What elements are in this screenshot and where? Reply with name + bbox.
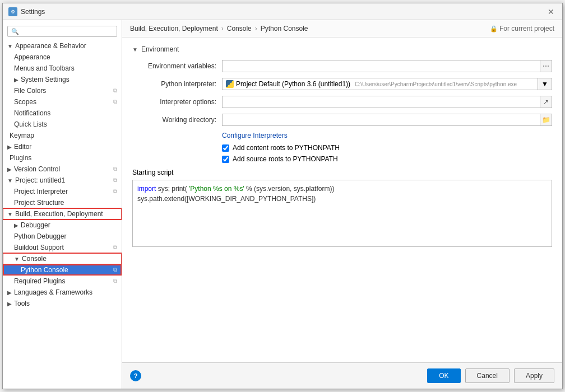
arrow-icon: ▼	[7, 211, 13, 217]
starting-script-container: Starting script	[132, 169, 552, 176]
sidebar-item-notifications[interactable]: Notifications	[3, 108, 122, 119]
copy-icon: ⧉	[113, 278, 117, 284]
working-dir-input[interactable]	[222, 114, 540, 126]
sidebar-label: Project Structure	[14, 199, 64, 207]
sidebar-label: Languages & Frameworks	[14, 288, 92, 296]
copy-icon: ⧉	[113, 267, 117, 273]
sidebar-item-file-colors[interactable]: File Colors ⧉	[3, 85, 122, 96]
sidebar-item-quick-lists[interactable]: Quick Lists	[3, 119, 122, 130]
interpreter-options-expand-btn[interactable]: ↗	[540, 96, 552, 108]
sidebar-item-menus-toolbars[interactable]: Menus and Toolbars	[3, 63, 122, 74]
sidebar-item-tools[interactable]: ▶ Tools	[3, 298, 122, 309]
sidebar-label: System Settings	[21, 76, 70, 83]
sidebar-label: Scopes	[14, 98, 36, 106]
arrow-icon: ▶	[7, 144, 12, 150]
sidebar: ▼ Appearance & Behavior Appearance Menus…	[3, 20, 122, 389]
python-icon	[226, 80, 234, 88]
checkbox-content-roots-label: Add content roots to PYTHONPATH	[233, 144, 340, 152]
code-line-2: sys.path.extend([WORKING_DIR_AND_PYTHON_…	[137, 194, 547, 204]
checkbox-content-roots-input[interactable]	[222, 144, 229, 152]
code-editor[interactable]: import sys; print( 'Python %s on %s' % (…	[132, 180, 552, 247]
title-bar-left: ⚙ Settings	[8, 7, 45, 16]
interpreter-options-input[interactable]	[222, 96, 540, 108]
sidebar-item-debugger[interactable]: ▶ Debugger	[3, 220, 122, 231]
working-dir-browse-btn[interactable]: 📁	[540, 114, 552, 126]
copy-icon: ⧉	[113, 188, 117, 195]
search-input[interactable]	[7, 26, 117, 37]
sidebar-item-editor[interactable]: ▶ Editor	[3, 141, 122, 152]
copy-icon: ⧉	[113, 244, 117, 251]
sidebar-item-version-control[interactable]: ▶ Version Control ⧉	[3, 164, 122, 175]
env-vars-browse-btn[interactable]: ⋯	[540, 60, 552, 72]
arrow-icon: ▶	[14, 222, 18, 228]
sidebar-label: Notifications	[14, 109, 50, 117]
sidebar-label: Project Interpreter	[14, 188, 68, 195]
dialog-title: Settings	[21, 8, 45, 16]
interpreter-dropdown-btn[interactable]: ▼	[538, 78, 552, 90]
sidebar-label: Required Plugins	[14, 277, 65, 285]
breadcrumb-sep2: ›	[255, 25, 257, 32]
interpreter-path: C:\Users\user\PycharmProjects\untitled1\…	[355, 81, 517, 87]
working-dir-control: 📁	[222, 114, 552, 126]
sidebar-label: Version Control	[14, 165, 60, 173]
interpreter-select-control[interactable]: Project Default (Python 3.6 (untitled1))…	[222, 78, 552, 90]
help-button[interactable]: ?	[130, 370, 141, 381]
sidebar-item-project[interactable]: ▼ Project: untitled1 ⧉	[3, 175, 122, 186]
sidebar-label: Editor	[14, 143, 31, 151]
checkbox-content-roots: Add content roots to PYTHONPATH	[222, 144, 552, 152]
code-keyword-import: import	[137, 185, 156, 193]
sidebar-item-scopes[interactable]: Scopes ⧉	[3, 96, 122, 108]
breadcrumb: Build, Execution, Deployment › Console ›…	[122, 20, 562, 38]
footer: ? OK Cancel Apply	[122, 362, 562, 389]
title-bar: ⚙ Settings ✕	[3, 3, 562, 20]
sidebar-label: Build, Execution, Deployment	[15, 210, 103, 218]
arrow-icon: ▼	[7, 178, 13, 184]
arrow-icon: ▶	[7, 301, 12, 307]
sidebar-label: Python Console	[21, 266, 68, 274]
sidebar-item-build-exec-deploy[interactable]: ▼ Build, Execution, Deployment	[3, 208, 122, 220]
ok-button[interactable]: OK	[427, 368, 460, 383]
breadcrumb-part2: Console	[227, 25, 252, 32]
close-button[interactable]: ✕	[545, 6, 557, 17]
interpreter-label: Python interpreter:	[132, 80, 222, 88]
settings-area: ▼ Environment Environment variables: ⋯ P…	[122, 38, 562, 362]
sidebar-item-python-debugger[interactable]: Python Debugger	[3, 231, 122, 242]
sidebar-item-python-console[interactable]: Python Console ⧉	[3, 264, 122, 276]
sidebar-item-required-plugins[interactable]: Required Plugins ⧉	[3, 276, 122, 287]
sidebar-item-appearance[interactable]: Appearance	[3, 52, 122, 63]
env-vars-control: ⋯	[222, 60, 552, 72]
sidebar-item-languages-frameworks[interactable]: ▶ Languages & Frameworks	[3, 287, 122, 298]
sidebar-item-console[interactable]: ▼ Console	[3, 253, 122, 264]
sidebar-label: Appearance	[14, 53, 50, 61]
main-content: ▼ Appearance & Behavior Appearance Menus…	[3, 20, 562, 389]
sidebar-item-buildout-support[interactable]: Buildout Support ⧉	[3, 242, 122, 253]
cancel-button[interactable]: Cancel	[465, 368, 510, 383]
sidebar-label: Tools	[14, 300, 30, 307]
env-vars-input[interactable]	[222, 60, 540, 72]
arrow-icon: ▼	[14, 256, 20, 262]
starting-script-label: Starting script	[132, 169, 173, 176]
sidebar-label: Project: untitled1	[15, 176, 65, 184]
interpreter-options-control: ↗	[222, 96, 552, 108]
working-dir-label: Working directory:	[132, 116, 222, 124]
checkbox-source-roots-input[interactable]	[222, 156, 229, 163]
configure-interpreters-link[interactable]: Configure Interpreters	[222, 132, 288, 139]
env-vars-label: Environment variables:	[132, 62, 222, 70]
copy-icon: ⧉	[113, 87, 117, 94]
sidebar-item-system-settings[interactable]: ▶ System Settings	[3, 74, 122, 85]
sidebar-label: Appearance & Behavior	[15, 42, 86, 50]
breadcrumb-part3: Python Console	[261, 25, 308, 32]
section-header-environment: ▼ Environment	[132, 45, 552, 53]
sidebar-item-appearance-behavior[interactable]: ▼ Appearance & Behavior	[3, 40, 122, 52]
sidebar-item-plugins[interactable]: Plugins	[3, 152, 122, 164]
breadcrumb-part1: Build, Execution, Deployment	[130, 25, 218, 32]
content-panel: Build, Execution, Deployment › Console ›…	[122, 20, 562, 389]
sidebar-label: Keymap	[10, 132, 34, 139]
sidebar-item-project-structure[interactable]: Project Structure	[3, 197, 122, 208]
sidebar-item-keymap[interactable]: Keymap	[3, 130, 122, 141]
sidebar-item-project-interpreter[interactable]: Project Interpreter ⧉	[3, 186, 122, 197]
checkbox-source-roots: Add source roots to PYTHONPATH	[222, 155, 552, 163]
interpreter-options-row: Interpreter options: ↗	[132, 96, 552, 108]
apply-button[interactable]: Apply	[514, 368, 554, 383]
sidebar-label: Python Debugger	[14, 232, 66, 240]
